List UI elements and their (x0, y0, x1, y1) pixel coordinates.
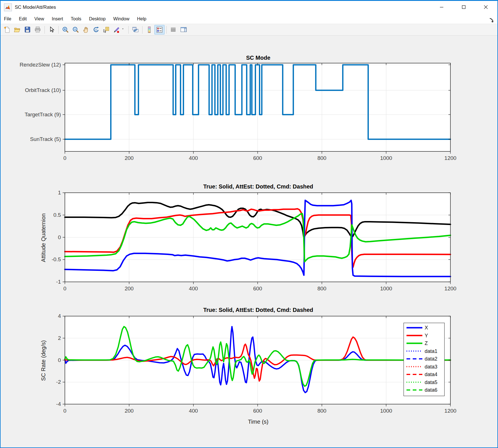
x-tick-label: 200 (125, 286, 134, 291)
x-tick-label: 0 (63, 155, 67, 161)
show-plot-tools-icon[interactable] (178, 25, 189, 35)
legend-label-data2: data2 (425, 356, 437, 362)
x-tick-label: 600 (253, 408, 262, 414)
menu-item-window[interactable]: Window (113, 16, 129, 22)
mode-tick-label: RendezSlew (12) (20, 62, 61, 68)
x-tick-label: 0 (63, 286, 67, 291)
menu-item-tools[interactable]: Tools (71, 16, 81, 22)
y-tick-label: 0.5 (54, 212, 61, 218)
x-tick-label: 0 (63, 408, 67, 414)
x-tick-label: 400 (189, 408, 198, 414)
mode-tick-label: TargetTrack (9) (25, 112, 61, 117)
close-button[interactable] (475, 1, 497, 13)
y-tick-label: -1 (56, 279, 61, 285)
x-tick-label: 1000 (380, 155, 392, 161)
legend-label-data5: data5 (425, 380, 437, 385)
link-plots-icon[interactable] (130, 25, 141, 35)
rotate-3d-icon[interactable] (91, 25, 101, 35)
legend-label-data1: data1 (425, 348, 437, 354)
time-xlabel: Time (s) (65, 419, 451, 425)
x-tick-label: 1000 (380, 286, 392, 291)
sc-mode-title: SC Mode (65, 55, 451, 61)
y-tick-label: 1 (58, 190, 61, 196)
window-controls (431, 1, 497, 13)
mode-tick-label: OrbitTrack (10) (25, 87, 61, 93)
x-tick-label: 800 (317, 155, 326, 161)
zoom-in-icon[interactable] (60, 25, 71, 35)
brush-dropdown-icon[interactable] (122, 25, 127, 35)
minimize-button[interactable] (431, 1, 453, 13)
pan-icon[interactable] (81, 25, 91, 35)
mode-tick-label: SunTrack (5) (30, 136, 61, 142)
menu-item-file[interactable]: File (4, 16, 11, 22)
x-tick-label: 800 (317, 286, 326, 291)
subplot-2: 02004006008001000120010.50-0.5-1 (52, 190, 456, 291)
menu-item-edit[interactable]: Edit (19, 16, 27, 22)
matlab-logo-icon (4, 3, 12, 11)
y-tick-label: 0 (58, 357, 61, 363)
y-tick-label: 0 (58, 234, 61, 240)
menu-bar: FileEditViewInsertToolsDesktopWindowHelp (1, 14, 497, 24)
menu-item-desktop[interactable]: Desktop (89, 16, 106, 22)
dock-figure-arrow-icon[interactable] (489, 17, 495, 24)
menu-item-view[interactable]: View (34, 16, 44, 22)
x-tick-label: 200 (125, 155, 134, 161)
brush-icon[interactable] (111, 25, 122, 35)
toolbar-separator (44, 26, 45, 34)
legend-label-data4: data4 (425, 372, 437, 377)
attitude-title: True: Solid, AttEst: Dotted, Cmd: Dashed (65, 183, 451, 190)
window-title: SC Mode/Att/Rates (15, 5, 56, 10)
maximize-button[interactable] (453, 1, 475, 13)
x-tick-label: 1200 (444, 408, 456, 414)
legend-label-Y: Y (425, 333, 428, 338)
hide-plot-tools-icon[interactable] (168, 25, 178, 35)
title-bar: SC Mode/Att/Rates (1, 1, 497, 14)
menu-item-insert[interactable]: Insert (52, 16, 63, 22)
open-file-icon[interactable] (12, 25, 22, 35)
legend-label-X: X (425, 325, 428, 331)
rate-title: True: Solid, AttEst: Dotted, Cmd: Dashed (65, 307, 451, 313)
y-tick-label: -4 (56, 401, 61, 407)
x-tick-label: 600 (253, 286, 262, 291)
zoom-out-icon[interactable] (71, 25, 81, 35)
figure-canvas: 020040060080010001200RendezSlew (12)Orbi… (1, 1, 497, 447)
y-tick-label: -2 (56, 379, 61, 385)
matlab-figure-window: SC Mode/Att/Rates FileEditViewInsertTool… (0, 0, 498, 448)
x-tick-label: 1200 (444, 286, 456, 291)
x-tick-label: 1000 (380, 408, 392, 414)
x-tick-label: 200 (125, 408, 134, 414)
attitude-ylabel: Attitude Quaternion (40, 190, 47, 286)
data-cursor-icon[interactable] (101, 25, 111, 35)
y-tick-label: -0.5 (52, 256, 61, 262)
subplot-3: 020040060080010001200420-2-4XYZdata1data… (56, 313, 456, 414)
print-icon[interactable] (33, 25, 43, 35)
legend-label-data3: data3 (425, 364, 437, 370)
figure-toolbar (1, 24, 497, 36)
x-tick-label: 800 (317, 408, 326, 414)
x-tick-label: 400 (189, 286, 198, 291)
x-tick-label: 1200 (444, 155, 456, 161)
new-document-icon[interactable] (2, 25, 12, 35)
y-tick-label: 2 (58, 335, 61, 341)
menu-item-help[interactable]: Help (137, 16, 146, 22)
toolbar-separator (58, 26, 59, 34)
toolbar-separator (142, 26, 142, 34)
subplot-1: 020040060080010001200RendezSlew (12)Orbi… (20, 62, 456, 161)
insert-colorbar-icon[interactable] (144, 25, 154, 35)
x-tick-label: 400 (189, 155, 198, 161)
rate-legend[interactable]: XYZdata1data2data3data4data5data6 (404, 323, 444, 396)
legend-label-data6: data6 (425, 387, 437, 393)
insert-legend-icon[interactable] (154, 25, 165, 35)
pointer-icon[interactable] (46, 25, 57, 35)
save-icon[interactable] (22, 25, 33, 35)
toolbar-separator (166, 26, 167, 34)
toolbar-separator (128, 26, 129, 34)
rate-ylabel: SC Rate (deg/s) (40, 312, 47, 409)
legend-label-Z: Z (425, 340, 428, 346)
x-tick-label: 600 (253, 155, 262, 161)
y-tick-label: 4 (58, 313, 61, 319)
